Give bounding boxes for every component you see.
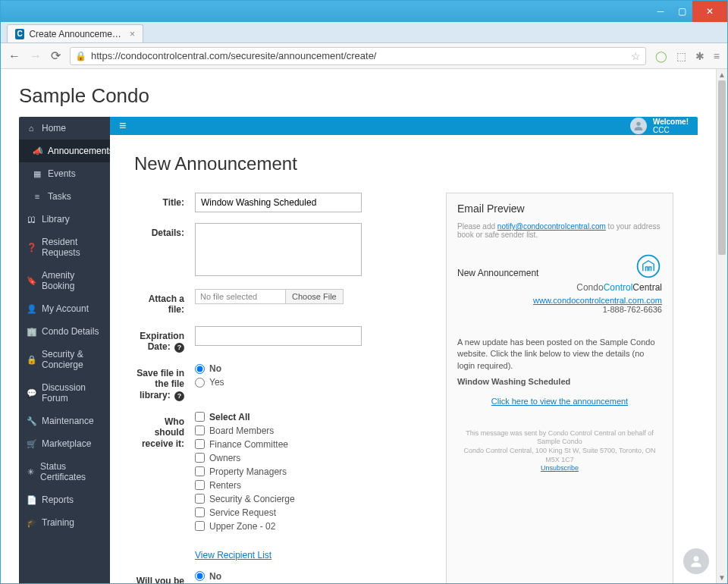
announce-icon: 📣 [33, 146, 42, 156]
sidebar-item-status-certificates[interactable]: ✳Status Certificates [19, 455, 110, 488]
savefile-yes-radio[interactable]: Yes [195, 377, 428, 388]
sidebar-item-maintenance[interactable]: 🔧Maintenance [19, 410, 110, 432]
url-input[interactable] [91, 50, 626, 61]
recipient-checkbox-owners[interactable]: Owners [195, 453, 428, 463]
recipient-checkbox-service-request[interactable]: Service Request [195, 507, 428, 518]
page-heading: New Announcement [134, 153, 673, 174]
sidebar-item-label: Discussion Forum [42, 382, 102, 403]
home-icon: ⌂ [27, 124, 36, 133]
recipient-checkbox-finance-committee[interactable]: Finance Committee [195, 439, 428, 450]
sidebar-item-label: My Account [42, 303, 89, 314]
nav-reload-icon[interactable]: ⟳ [51, 49, 61, 63]
nav-back-icon[interactable]: ← [8, 49, 20, 63]
browser-menu-icon[interactable]: ≡ [714, 50, 720, 62]
sidebar-item-home[interactable]: ⌂Home [19, 117, 110, 140]
checkbox-label: Board Members [209, 425, 274, 436]
sidebar-item-my-account[interactable]: 👤My Account [19, 297, 110, 320]
app-topbar: ≡ Welcome! CCC [110, 117, 698, 135]
checkbox-label: Security & Concierge [209, 494, 295, 504]
bookmark-star-icon[interactable]: ☆ [631, 50, 641, 62]
savefile-no-radio[interactable]: No [195, 363, 428, 374]
scroll-thumb[interactable] [718, 80, 726, 255]
window-minimize-button[interactable]: ─ [650, 1, 671, 22]
recipient-checkbox-security-concierge[interactable]: Security & Concierge [195, 494, 428, 504]
sidebar-item-training[interactable]: 🎓Training [19, 511, 110, 534]
events-icon: ▦ [33, 169, 42, 179]
help-icon[interactable]: ? [174, 391, 184, 401]
sidebar-item-label: Reports [42, 495, 74, 505]
brand-site-link[interactable]: www.condocontrolcentral.com.com [533, 296, 662, 305]
notify-email-link[interactable]: notify@condocontrolcentral.com [497, 222, 606, 231]
requests-icon: ❓ [27, 243, 36, 253]
checkbox-label: Property Managers [209, 466, 287, 477]
chat-bubble-button[interactable] [683, 548, 709, 574]
scroll-track[interactable] [717, 80, 727, 572]
user-box[interactable]: Welcome! CCC [630, 118, 689, 134]
marketplace-icon: 🛒 [27, 439, 36, 449]
preview-sender-note: Please add notify@condocontrolcentral.co… [457, 222, 662, 239]
sidebar-item-label: Library [42, 214, 70, 224]
recipient-checkbox-renters[interactable]: Renters [195, 480, 428, 491]
sidebar-item-label: Maintenance [42, 416, 94, 426]
recipient-checkbox-select-all[interactable]: Select All [195, 412, 428, 422]
main-area: ≡ Welcome! CCC New Announcemen [110, 117, 698, 583]
security-icon: 🔒 [27, 355, 36, 365]
preview-heading: Email Preview [457, 203, 662, 215]
sidebar-item-discussion-forum[interactable]: 💬Discussion Forum [19, 376, 110, 410]
checkbox-label: Service Request [209, 507, 276, 518]
title-input[interactable] [195, 193, 362, 212]
tab-title: Create Announcement | C [29, 29, 122, 39]
status-icon: ✳ [27, 467, 34, 477]
recipient-checkbox-property-managers[interactable]: Property Managers [195, 466, 428, 477]
nav-forward-icon[interactable]: → [30, 49, 42, 63]
extension-icon[interactable]: ✱ [695, 50, 704, 62]
sidebar-item-events[interactable]: ▦Events [19, 162, 110, 185]
sidebar-item-library[interactable]: 🕮Library [19, 208, 110, 231]
browser-tab[interactable]: C Create Announcement | C × [7, 24, 143, 42]
sidebar-item-resident-requests[interactable]: ❓Resident Requests [19, 231, 110, 264]
scroll-up-icon[interactable]: ▲ [717, 69, 727, 80]
sidebar-item-security-concierge[interactable]: 🔒Security & Concierge [19, 343, 110, 376]
hamburger-icon[interactable]: ≡ [119, 119, 126, 133]
sidebar-item-label: Training [42, 517, 74, 528]
brand-phone: 1-888-762-6636 [603, 305, 662, 314]
sidebar-item-tasks[interactable]: ≡Tasks [19, 185, 110, 208]
sidebar-item-announcements[interactable]: 📣Announcements [19, 140, 110, 162]
sidebar-item-amenity-booking[interactable]: 🔖Amenity Booking [19, 264, 110, 297]
sidebar-item-marketplace[interactable]: 🛒Marketplace [19, 432, 110, 455]
file-name-display: No file selected [195, 289, 286, 304]
tab-strip: C Create Announcement | C × [1, 22, 727, 43]
scrollbar[interactable]: ▲ ▼ [716, 69, 727, 583]
extension-icon[interactable]: ◯ [655, 50, 667, 62]
sidebar-item-label: Tasks [48, 191, 71, 202]
help-icon[interactable]: ? [174, 343, 184, 353]
maintenance-icon: 🔧 [27, 416, 36, 426]
preview-view-link[interactable]: Click here to view the announcement [491, 397, 628, 406]
forum-icon: 💬 [27, 388, 36, 398]
recipient-checkbox-upper-zone-[interactable]: Upper Zone - 02 [195, 521, 428, 532]
view-recipient-link[interactable]: View Recipient List [195, 550, 271, 560]
condo-icon: 🏢 [27, 327, 36, 337]
window-close-button[interactable]: ✕ [692, 1, 727, 22]
sidebar-item-label: Marketplace [42, 438, 91, 449]
app-shell: ⌂Home📣Announcements▦Events≡Tasks🕮Library… [19, 117, 698, 583]
window-maximize-button[interactable]: ▢ [671, 1, 692, 22]
paper-no-radio[interactable]: No [195, 571, 428, 582]
expiration-label: Expiration Date: ? [134, 326, 195, 353]
sidebar-item-label: Events [48, 168, 76, 179]
scroll-down-icon[interactable]: ▼ [717, 572, 727, 583]
url-bar[interactable]: 🔒 ☆ [70, 47, 646, 65]
extension-icon[interactable]: ⬚ [676, 50, 686, 62]
attach-label: Attach a file: [134, 289, 195, 316]
tasks-icon: ≡ [33, 192, 42, 201]
sidebar-item-label: Security & Concierge [42, 349, 102, 370]
recipient-checkbox-board-members[interactable]: Board Members [195, 425, 428, 436]
tab-close-icon[interactable]: × [130, 29, 135, 39]
sidebar-item-label: Resident Requests [42, 237, 102, 258]
preview-unsubscribe-link[interactable]: Unsubscribe [541, 464, 579, 472]
expiration-input[interactable] [195, 326, 362, 346]
details-textarea[interactable] [195, 223, 362, 276]
sidebar-item-reports[interactable]: 📄Reports [19, 488, 110, 511]
choose-file-button[interactable]: Choose File [286, 289, 344, 304]
sidebar-item-condo-details[interactable]: 🏢Condo Details [19, 320, 110, 343]
